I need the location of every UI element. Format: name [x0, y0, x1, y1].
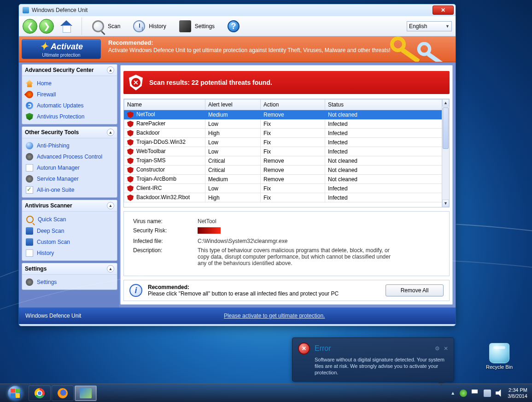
collapse-icon[interactable]: ▲ — [107, 66, 114, 74]
notification-balloon[interactable]: ✕ Error ⚙ ✕ Software without a digital s… — [292, 337, 454, 382]
scroll-thumb[interactable] — [443, 107, 449, 149]
sidebar-item-suite[interactable]: All-in-one Suite — [22, 184, 117, 195]
sidebar-item-home[interactable]: Home — [22, 78, 117, 89]
balloon-title: Error — [315, 344, 331, 353]
language-dropdown[interactable]: English ▼ — [407, 21, 452, 31]
table-row[interactable]: ConstructorCriticalRemoveNot cleaned — [124, 166, 449, 175]
sidebar-item-quickscan[interactable]: Quick Scan — [22, 213, 117, 225]
col-name[interactable]: Name — [124, 100, 205, 110]
taskbar-firefox[interactable] — [52, 385, 74, 401]
sidebar-item-history[interactable]: History — [22, 248, 117, 259]
threat-icon — [127, 176, 134, 183]
alert-shield-icon: ✕ — [129, 75, 143, 90]
home-button[interactable] — [58, 18, 74, 34]
search-icon — [92, 20, 104, 32]
threat-icon — [127, 158, 134, 164]
keys-graphic — [388, 36, 453, 62]
tray-network-icon[interactable] — [484, 390, 491, 397]
sidebar-item-deepscan[interactable]: Deep Scan — [22, 225, 117, 236]
threat-icon — [127, 195, 134, 201]
sidebar-item-customscan[interactable]: Custom Scan — [22, 236, 117, 248]
threat-icon — [127, 167, 134, 173]
window-icon — [26, 164, 33, 171]
chevron-down-icon: ▼ — [445, 24, 450, 29]
history-button[interactable]: History — [128, 17, 171, 35]
clock-icon — [133, 20, 145, 32]
disk-icon — [26, 238, 33, 246]
threats-table: Name Alert level Action Status NetToolMe… — [124, 99, 449, 202]
scrollbar[interactable]: ▲ ▼ — [442, 99, 449, 207]
tray-security-icon[interactable] — [460, 390, 467, 397]
col-level[interactable]: Alert level — [205, 100, 261, 110]
banner-text: Recommended: Activate Windows Defence Un… — [104, 36, 395, 62]
sidebar-item-firewall[interactable]: Firewall — [22, 89, 117, 100]
sidebar-item-service-manager[interactable]: Service Manager — [22, 173, 117, 184]
scroll-down[interactable]: ▼ — [442, 200, 449, 207]
taskbar-chrome[interactable] — [29, 385, 51, 401]
search-icon — [26, 216, 34, 223]
threats-table-wrap: Name Alert level Action Status NetToolMe… — [123, 99, 450, 207]
settings-button[interactable]: Settings — [174, 17, 220, 35]
table-row[interactable]: Trojan-SMSCriticalRemoveNot cleaned — [124, 156, 449, 166]
sidebar: Advanced Security Center▲ Home Firewall … — [19, 62, 119, 307]
risk-meter — [198, 227, 232, 234]
collapse-icon[interactable]: ▲ — [107, 202, 114, 209]
scroll-up[interactable]: ▲ — [442, 99, 449, 106]
table-row[interactable]: BackdoorHighFixInfected — [124, 129, 449, 138]
col-status[interactable]: Status — [325, 100, 449, 110]
taskbar-defence-unit[interactable] — [75, 385, 97, 401]
balloon-message: Software without a digital signature det… — [298, 356, 448, 376]
threat-icon — [127, 185, 134, 192]
shield-icon — [26, 113, 33, 120]
sidebar-item-antivirus[interactable]: Antivirus Protection — [22, 111, 117, 122]
disk-icon — [26, 227, 33, 235]
sidebar-item-antiphishing[interactable]: Anti-Phishing — [22, 140, 117, 151]
system-tray: ▲ 2:34 PM 3/8/2014 — [450, 387, 529, 399]
remove-all-button[interactable]: Remove All — [386, 284, 444, 296]
help-button[interactable]: ? — [222, 17, 245, 35]
table-row[interactable]: Backdoor.Win32.RbotHighFixInfected — [124, 193, 449, 202]
error-icon: ✕ — [298, 343, 310, 355]
close-button[interactable]: ✕ — [433, 6, 454, 15]
sidebar-item-autorun[interactable]: Autorun Manager — [22, 162, 117, 173]
footer-activate-link[interactable]: Please activate to get ultimate protecti… — [224, 313, 325, 319]
collapse-icon[interactable]: ▲ — [107, 265, 114, 272]
table-row[interactable]: NetToolMediumRemoveNot cleaned — [124, 110, 449, 119]
windows-logo-icon — [8, 386, 23, 401]
threat-icon — [127, 121, 134, 127]
updates-icon — [26, 102, 33, 109]
recycle-bin-icon — [489, 343, 509, 363]
table-row[interactable]: Client-IRCLowFixInfected — [124, 184, 449, 193]
sidebar-item-settings[interactable]: Settings — [22, 277, 117, 288]
panel-scanner: Antivirus Scanner▲ Quick Scan Deep Scan … — [22, 200, 117, 261]
balloon-close-icon[interactable]: ✕ — [444, 345, 448, 352]
table-row[interactable]: Trojan-DDoS.Win32LowFixInfected — [124, 138, 449, 147]
tray-action-center-icon[interactable] — [472, 390, 479, 397]
gear-icon — [26, 278, 33, 286]
separator — [82, 18, 82, 35]
collapse-icon[interactable]: ▲ — [107, 129, 114, 136]
scan-button[interactable]: Scan — [87, 17, 126, 35]
sidebar-item-updates[interactable]: Automatic Updates — [22, 100, 117, 111]
help-icon: ? — [228, 20, 240, 32]
sidebar-item-process-control[interactable]: Advanced Process Control — [22, 151, 117, 162]
table-row[interactable]: RarePackerLowFixInfected — [124, 119, 449, 129]
balloon-options-icon[interactable]: ⚙ — [435, 345, 440, 352]
app-icon — [80, 388, 92, 398]
back-button[interactable]: ❮ — [23, 19, 37, 34]
tray-overflow[interactable]: ▲ — [450, 390, 455, 396]
window-title: Windows Defence Unit — [32, 7, 88, 13]
activate-button[interactable]: ✦Activate Ultimate protection — [22, 39, 101, 59]
recycle-bin[interactable]: Recycle Bin — [483, 343, 515, 370]
table-row[interactable]: WebToolbarLowFixInfected — [124, 147, 449, 156]
forward-button[interactable]: ❯ — [39, 19, 54, 34]
titlebar[interactable]: Windows Defence Unit ✕ — [19, 4, 456, 16]
tray-volume-icon[interactable] — [496, 390, 503, 397]
threat-icon — [127, 112, 134, 118]
threat-icon — [127, 139, 134, 146]
doc-icon — [26, 249, 33, 257]
tray-clock[interactable]: 2:34 PM 3/8/2014 — [508, 387, 527, 399]
col-action[interactable]: Action — [261, 100, 325, 110]
start-button[interactable] — [3, 384, 28, 402]
table-row[interactable]: Trojan-ArcBombMediumRemoveNot cleaned — [124, 175, 449, 184]
